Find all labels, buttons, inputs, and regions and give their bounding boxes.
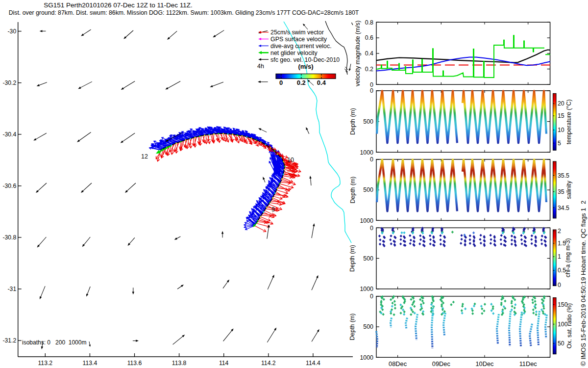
svg-text:-30.6: -30.6 [2,183,16,189]
svg-text:09Dec: 09Dec [432,360,451,368]
svg-text:(m/s): (m/s) [298,63,313,70]
svg-text:-31: -31 [8,286,17,292]
svg-text:0.8: 0.8 [365,19,373,26]
svg-text:Depth (m): Depth (m) [349,177,356,204]
svg-text:5: 5 [558,140,561,147]
svg-text:Depth (m): Depth (m) [349,314,356,341]
svg-text:10: 10 [287,157,294,163]
svg-text:velocity magnitude (m/s): velocity magnitude (m/s) [354,21,361,86]
svg-text:9: 9 [271,206,275,213]
svg-text:15: 15 [558,112,564,119]
svg-text:500: 500 [363,186,373,193]
svg-text:0.2: 0.2 [297,79,306,86]
svg-text:113.2: 113.2 [38,360,53,367]
svg-text:25cm/s swim vector: 25cm/s swim vector [270,29,324,36]
svg-text:sfc geo. vel. 10-Dec-2010: sfc geo. vel. 10-Dec-2010 [270,56,340,63]
svg-text:4h: 4h [257,63,264,70]
svg-text:0: 0 [279,79,283,86]
svg-text:chl-a (mg m-3): chl-a (mg m-3) [565,238,572,277]
svg-text:1000: 1000 [360,286,373,292]
svg-text:500: 500 [363,118,373,125]
svg-text:10: 10 [558,127,564,133]
svg-text:SG151 Perth20101026 07-Dec 12Z: SG151 Perth20101026 07-Dec 12Z to 11-Dec… [44,1,192,9]
svg-text:dive-avg current veloc.: dive-avg current veloc. [270,43,332,50]
svg-text:-30.8: -30.8 [2,234,16,241]
svg-text:35.5: 35.5 [558,172,569,179]
svg-text:Depth (m): Depth (m) [349,245,356,272]
svg-text:0: 0 [370,293,373,300]
svg-text:-30: -30 [8,28,17,35]
svg-text:08Dec: 08Dec [389,360,407,368]
svg-text:temperature (°C): temperature (°C) [565,99,572,144]
svg-text:isobaths: 0 200 1000m: isobaths: 0 200 1000m [22,339,86,346]
svg-text:113.4: 113.4 [83,360,98,367]
svg-text:113.8: 113.8 [172,360,187,367]
svg-text:-30.4: -30.4 [2,131,16,138]
svg-text:0: 0 [370,225,373,232]
svg-text:500: 500 [363,255,373,262]
svg-text:11Dec: 11Dec [519,360,538,368]
svg-text:500: 500 [363,323,373,330]
svg-text:salinity: salinity [565,180,572,199]
svg-text:Dist. over ground: 87km. Dist.: Dist. over ground: 87km. Dist. swum: 86k… [9,9,359,16]
svg-text:2: 2 [558,228,561,235]
svg-text:1000: 1000 [360,217,373,224]
svg-text:20: 20 [558,100,564,107]
svg-text:0: 0 [370,156,373,163]
svg-text:114: 114 [219,360,229,367]
svg-text:net glider velocity: net glider velocity [270,50,318,56]
svg-text:0.4: 0.4 [365,50,373,57]
svg-text:10Dec: 10Dec [476,360,494,368]
svg-text:12: 12 [141,153,148,160]
svg-text:50: 50 [558,340,564,347]
svg-text:Depth (m): Depth (m) [349,108,356,135]
svg-text:0.6: 0.6 [365,34,373,41]
svg-text:114.2: 114.2 [261,360,276,367]
svg-text:1: 1 [558,253,561,260]
svg-text:34.5: 34.5 [558,205,569,211]
svg-text:0.4: 0.4 [317,79,326,86]
svg-text:Ox. sat. ratio (%): Ox. sat. ratio (%) [566,303,573,348]
svg-text:0: 0 [558,282,561,289]
svg-text:0.2: 0.2 [365,66,373,73]
svg-text:113.6: 113.6 [127,360,142,367]
svg-text:35: 35 [558,188,564,195]
svg-text:-31.2: -31.2 [2,337,16,344]
svg-text:GPS surface velocity: GPS surface velocity [270,36,327,43]
svg-text:© IMOS 15-Feb-2019 04:50:19 Ho: © IMOS 15-Feb-2019 04:50:19 Hobart time.… [580,201,587,366]
svg-text:1000: 1000 [360,149,373,156]
svg-text:0: 0 [370,87,373,94]
svg-text:-30.2: -30.2 [2,79,16,86]
svg-text:1000: 1000 [360,354,373,361]
svg-text:114.4: 114.4 [306,360,320,367]
